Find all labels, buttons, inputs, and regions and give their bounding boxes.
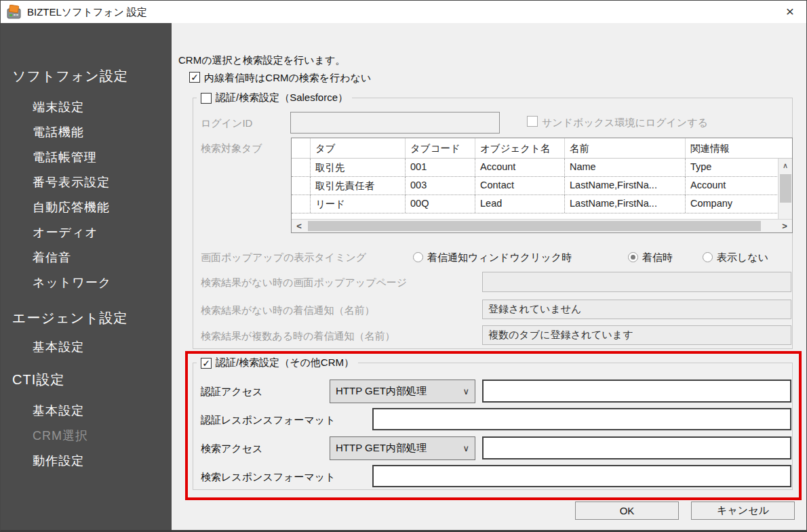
table-row[interactable]: 取引先責任者 003 Contact LastName,FirstNa... A…: [292, 177, 779, 195]
cell-tabcode: 00Q: [406, 195, 475, 213]
cancel-button[interactable]: キャンセル: [691, 502, 795, 520]
close-button[interactable]: ×: [774, 1, 806, 22]
auth-access-dropdown[interactable]: HTTP GET内部処理 ∨: [330, 380, 475, 403]
search-access-dropdown-value: HTTP GET内部処理: [336, 442, 460, 455]
cell-tab: 取引先責任者: [311, 177, 406, 195]
table-header-tabcode: タブコード: [406, 138, 475, 158]
search-access-dropdown[interactable]: HTTP GET内部処理 ∨: [330, 436, 475, 460]
sidebar-header-cti: CTI設定: [12, 371, 64, 389]
sidebar-item-audio[interactable]: オーディオ: [33, 224, 98, 241]
login-id-label: ログインID: [201, 117, 252, 130]
cell-name: Name: [565, 159, 686, 176]
no-result-notify-input[interactable]: 登録されていません: [482, 300, 791, 319]
sandbox-checkbox[interactable]: [527, 116, 538, 127]
radio-popup-none-label: 表示しない: [717, 251, 768, 264]
other-crm-auth-checkbox[interactable]: ✓: [201, 358, 212, 369]
scroll-right-icon[interactable]: >: [777, 220, 792, 232]
checkmark-icon: ✓: [202, 359, 210, 368]
auth-access-input[interactable]: [482, 380, 791, 403]
auth-access-label: 認証アクセス: [201, 386, 262, 398]
table-horizontal-scrollbar[interactable]: < >: [292, 219, 792, 232]
sidebar-item-behavior[interactable]: 動作設定: [33, 453, 84, 469]
sidebar-header-agent: エージェント設定: [12, 309, 127, 327]
page-description: CRMの選択と検索設定を行います。: [178, 54, 345, 67]
settings-window: BIZTELソフトフォン 設定 × ソフトフォン設定 端末設定 電話機能 電話帳…: [0, 0, 807, 532]
search-access-input[interactable]: [482, 436, 791, 459]
radio-popup-on-incoming-label: 着信時: [642, 251, 673, 264]
radio-dot: [705, 255, 710, 260]
popup-timing-label: 画面ポップアップの表示タイミング: [201, 251, 366, 264]
horizontal-scroll-thumb[interactable]: [308, 221, 761, 231]
radio-popup-none[interactable]: [703, 252, 713, 262]
sidebar-item-cti-basic[interactable]: 基本設定: [33, 403, 84, 419]
sidebar-item-auto-answer[interactable]: 自動応答機能: [33, 199, 110, 216]
cell-object: Account: [475, 159, 565, 176]
sidebar-item-terminal[interactable]: 端末設定: [33, 99, 84, 115]
table-header-tab: タブ: [311, 138, 406, 158]
scroll-left-icon[interactable]: <: [292, 220, 307, 232]
table-vertical-scrollbar[interactable]: ∧: [778, 159, 792, 219]
search-response-format-label: 検索レスポンスフォーマット: [201, 471, 336, 484]
cell-object: Lead: [475, 195, 565, 213]
sidebar-item-number-display[interactable]: 番号表示設定: [33, 174, 110, 190]
auth-access-dropdown-value: HTTP GET内部処理: [336, 385, 460, 398]
no-result-notify-label: 検索結果がない時の着信通知（名前）: [201, 304, 374, 317]
cell-related: Account: [686, 177, 779, 195]
titlebar: BIZTELソフトフォン 設定 ×: [1, 1, 806, 23]
multi-result-notify-label: 検索結果が複数ある時の着信通知（名前）: [201, 330, 395, 343]
app-phone-icon: [7, 5, 23, 20]
sidebar-item-phonebook[interactable]: 電話帳管理: [33, 149, 97, 165]
multi-result-notify-value: 複数のタブに登録されています: [488, 329, 633, 342]
radio-dot: [416, 255, 420, 260]
vertical-scroll-thumb[interactable]: [780, 174, 791, 203]
no-crm-search-checkbox[interactable]: ✓: [189, 72, 200, 83]
sandbox-label: サンドボックス環境にログインする: [542, 117, 708, 129]
cell-object: Contact: [475, 177, 565, 195]
sidebar: ソフトフォン設定 端末設定 電話機能 電話帳管理 番号表示設定 自動応答機能 オ…: [1, 23, 172, 532]
table-header-related: 関連情報: [686, 138, 779, 158]
row-selector-cell: [292, 177, 311, 195]
cell-tab: リード: [311, 195, 406, 213]
sidebar-item-agent-basic[interactable]: 基本設定: [33, 339, 84, 355]
chevron-down-icon: ∨: [462, 443, 469, 453]
cell-name: LastName,FirstNa...: [565, 177, 686, 195]
search-tabs-label: 検索対象タブ: [201, 142, 262, 155]
sidebar-header-softphone: ソフトフォン設定: [12, 67, 128, 85]
table-header-object: オブジェクト名: [475, 138, 565, 158]
cell-tabcode: 001: [406, 159, 475, 176]
search-access-label: 検索アクセス: [201, 443, 262, 455]
auth-response-format-input[interactable]: [372, 408, 791, 430]
sidebar-item-crm-select: CRM選択: [33, 428, 88, 444]
sidebar-item-ringtone[interactable]: 着信音: [33, 249, 71, 266]
radio-popup-on-incoming[interactable]: [628, 252, 638, 262]
salesforce-auth-checkbox[interactable]: [201, 93, 212, 104]
radio-popup-on-click[interactable]: [413, 252, 423, 262]
cell-name: LastName,FirstNa...: [565, 195, 686, 213]
cell-related: Type: [686, 159, 779, 176]
table-header-name: 名前: [565, 138, 686, 158]
sidebar-item-network[interactable]: ネットワーク: [33, 274, 111, 291]
auth-response-format-label: 認証レスポンスフォーマット: [201, 414, 336, 427]
no-result-popup-page-label: 検索結果がない時の画面ポップアップページ: [201, 277, 407, 289]
salesforce-groupbox-legend: 認証/検索設定（Salesforce）: [197, 91, 352, 104]
no-crm-search-label: 内線着信時はCRMの検索を行わない: [204, 72, 371, 85]
ok-button[interactable]: OK: [575, 502, 679, 520]
chevron-down-icon: ∨: [462, 386, 469, 396]
cell-related: Company: [686, 195, 779, 213]
search-response-format-input[interactable]: [372, 465, 791, 487]
sidebar-item-phone-function[interactable]: 電話機能: [33, 124, 84, 140]
table-row[interactable]: 取引先 001 Account Name Type: [292, 159, 779, 177]
login-id-input[interactable]: [290, 112, 500, 134]
window-title: BIZTELソフトフォン 設定: [27, 6, 147, 19]
salesforce-auth-label: 認証/検索設定（Salesforce）: [216, 91, 348, 104]
no-result-notify-value: 登録されていません: [488, 303, 581, 316]
table-row[interactable]: リード 00Q Lead LastName,FirstNa... Company: [292, 195, 779, 213]
checkmark-icon: ✓: [191, 73, 199, 82]
table-header-row: タブ タブコード オブジェクト名 名前 関連情報: [292, 138, 792, 159]
multi-result-notify-input[interactable]: 複数のタブに登録されています: [482, 325, 791, 345]
no-result-popup-page-input[interactable]: [482, 272, 791, 292]
other-crm-auth-label: 認証/検索設定（その他CRM）: [216, 356, 354, 369]
row-selector-cell: [292, 159, 311, 176]
scroll-up-icon[interactable]: ∧: [779, 159, 792, 173]
radio-popup-on-click-label: 着信通知ウィンドウクリック時: [427, 251, 572, 264]
